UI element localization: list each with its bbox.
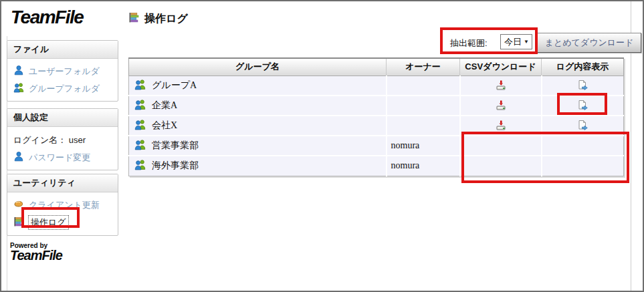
group-name: 企業A	[152, 100, 177, 112]
log-view-icon[interactable]	[576, 80, 588, 90]
powered-by-teamfile-logo: TeamFile	[10, 248, 62, 263]
csv-download-cell	[460, 156, 542, 176]
column-header-csv-download: CSVダウンロード	[460, 58, 542, 76]
group-name: 海外事業部	[152, 160, 199, 172]
owner-cell	[387, 76, 460, 96]
operation-log-table: グループ名 オーナー CSVダウンロード ログ内容表示 グループA企業A会社X営…	[128, 57, 624, 176]
csv-download-icon[interactable]	[495, 120, 507, 130]
sidebar-section-title: ファイル	[7, 41, 118, 59]
owner-name: nomura	[391, 140, 420, 150]
chevron-down-icon: ▼	[524, 39, 529, 45]
table-row: 営業事業部nomura	[129, 136, 624, 156]
csv-download-icon[interactable]	[495, 100, 507, 110]
sidebar-item-label: パスワード変更	[29, 152, 90, 164]
sidebar-section-files: ファイル ユーザーフォルダ	[7, 40, 118, 102]
csv-download-icon[interactable]	[495, 80, 507, 90]
sidebar-section-utility: ユーティリティ クライアント更新	[7, 174, 118, 236]
table-header-row: グループ名 オーナー CSVダウンロード ログ内容表示	[129, 58, 624, 76]
group-icon	[134, 159, 146, 172]
group-icon	[134, 139, 146, 152]
group-name-cell: 企業A	[129, 96, 387, 116]
group-icon	[13, 82, 24, 95]
csv-download-cell	[460, 136, 542, 156]
sidebar-item-label: ユーザーフォルダ	[29, 65, 100, 78]
owner-cell	[387, 116, 460, 136]
owner-cell	[387, 96, 460, 116]
extraction-range-select[interactable]: 今日 ▼	[500, 34, 532, 49]
group-icon	[134, 79, 146, 92]
user-icon	[13, 65, 24, 78]
log-view-icon[interactable]	[576, 100, 588, 110]
group-icon	[134, 99, 146, 112]
table-row: グループA	[129, 76, 624, 96]
sidebar-item-label: 操作ログ	[29, 216, 68, 229]
log-layers-icon	[13, 216, 24, 229]
csv-download-cell	[460, 116, 542, 136]
sidebar-section-title: ユーティリティ	[7, 174, 118, 192]
login-name-label: ログイン名：	[13, 135, 66, 145]
log-view-cell	[542, 156, 624, 176]
login-name-value: user	[69, 135, 86, 145]
sidebar-item-label: クライアント更新	[29, 199, 100, 211]
sidebar-item-group-folder[interactable]: グループフォルダ	[7, 80, 118, 97]
log-view-cell	[542, 76, 624, 96]
owner-cell: nomura	[387, 156, 460, 176]
powered-by-block: Powered by TeamFile	[10, 242, 62, 263]
column-header-group-name: グループ名	[129, 58, 387, 76]
log-view-cell	[542, 96, 624, 116]
teamfile-window: TeamFile 操作ログ ファイル ユーザー	[0, 0, 644, 292]
log-layers-icon	[128, 12, 140, 26]
csv-download-cell	[460, 76, 542, 96]
table-row: 企業A	[129, 96, 624, 116]
owner-cell: nomura	[387, 136, 460, 156]
csv-download-cell	[460, 96, 542, 116]
sidebar-section-title: 個人設定	[7, 109, 118, 127]
group-name-cell: グループA	[129, 76, 387, 96]
sidebar-item-label: グループフォルダ	[29, 83, 100, 95]
column-header-log-view: ログ内容表示	[542, 58, 624, 76]
extraction-range-label: 抽出範囲:	[450, 37, 488, 49]
group-name-cell: 営業事業部	[129, 136, 387, 156]
client-update-icon	[13, 198, 24, 211]
user-icon	[13, 151, 24, 164]
log-view-icon[interactable]	[576, 120, 588, 130]
group-icon	[134, 119, 146, 132]
group-name: 会社X	[152, 120, 177, 132]
table-row: 海外事業部nomura	[129, 156, 624, 176]
download-all-button[interactable]: まとめてダウンロード	[537, 33, 641, 53]
owner-name: nomura	[391, 160, 420, 170]
page-title: 操作ログ	[128, 12, 188, 26]
login-name-line: ログイン名： user	[7, 130, 118, 148]
teamfile-logo: TeamFile	[11, 7, 83, 28]
column-header-owner: オーナー	[387, 58, 460, 76]
group-name: グループA	[152, 80, 197, 92]
log-view-cell	[542, 116, 624, 136]
group-name-cell: 海外事業部	[129, 156, 387, 176]
group-name-cell: 会社X	[129, 116, 387, 136]
sidebar-item-client-update[interactable]: クライアント更新	[7, 196, 118, 213]
sidebar-item-operation-log[interactable]: 操作ログ	[7, 213, 118, 231]
extraction-range-value: 今日	[504, 36, 522, 48]
page-title-label: 操作ログ	[144, 12, 188, 26]
sidebar-section-personal: 個人設定 ログイン名： user パスワード変更	[7, 108, 118, 170]
group-name: 営業事業部	[152, 140, 199, 152]
sidebar-item-change-password[interactable]: パスワード変更	[7, 148, 118, 166]
sidebar-item-user-folder[interactable]: ユーザーフォルダ	[7, 62, 118, 80]
log-view-cell	[542, 136, 624, 156]
table-row: 会社X	[129, 116, 624, 136]
